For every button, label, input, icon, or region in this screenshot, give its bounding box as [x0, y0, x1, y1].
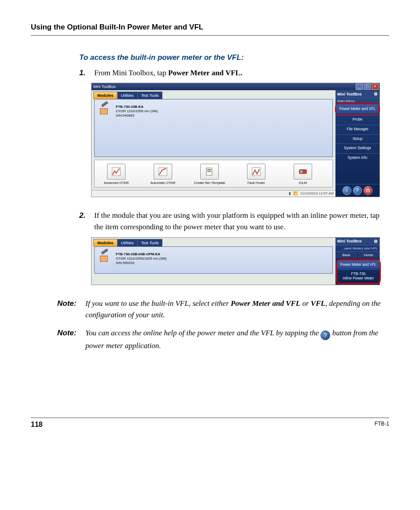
note-text: or	[300, 299, 311, 308]
app-icon	[247, 164, 265, 180]
tab-modules[interactable]: Modules	[93, 92, 118, 99]
note-2: Note: You can access the online help of …	[57, 327, 385, 352]
gear-icon[interactable]: ⚙	[374, 92, 378, 96]
section-title: Using the Optional Built-In Power Meter …	[31, 23, 389, 32]
step-body: If the module that you are using with yo…	[94, 210, 385, 233]
screenshot-2: Modules Utilities Test Tools FTB-730-23B…	[92, 238, 379, 285]
item-line: Inline Power Meter	[338, 276, 379, 281]
side-item-power-meter-vfl[interactable]: Power Meter and VFL	[336, 104, 379, 114]
help-icon: ?	[321, 330, 330, 340]
module-line: S/N:540683	[116, 114, 158, 118]
module-icon	[100, 252, 112, 262]
nav-buttons: Back Home	[335, 251, 379, 259]
app-advanced-otdr[interactable]: Advanced OTDR	[99, 164, 133, 185]
tab-test-tools[interactable]: Test Tools	[137, 92, 163, 99]
side-item-file-manager[interactable]: File Manager	[335, 125, 379, 134]
tab-utilities[interactable]: Utilities	[117, 92, 138, 99]
step-number: 2.	[79, 210, 94, 233]
module-text: FTB-730-23B-04B-OPM-EA OTDR 1310/1550/16…	[116, 252, 167, 265]
side-panel: Mini ToolBox ⚙ ...ower Meters and VFL Ba…	[335, 238, 379, 285]
maximize-button[interactable]: □	[364, 84, 371, 90]
app-label: Create Ref./Template	[192, 181, 227, 185]
app-label: Fault Finder	[239, 181, 273, 185]
step-body: From Mini Toolbox, tap Power Meter and V…	[94, 67, 385, 79]
close-button[interactable]: ×	[372, 84, 379, 90]
app-label: Advanced OTDR	[99, 181, 133, 185]
page-number: 118	[31, 421, 43, 429]
step-bold: Power Meter and VFL.	[168, 69, 242, 77]
side-item-probe[interactable]: Probe	[335, 115, 379, 125]
app-iolm[interactable]: iOLM	[286, 164, 320, 185]
app-label: Automatic OTDR	[146, 181, 180, 185]
home-button[interactable]: Home	[358, 252, 380, 258]
model-label: FTB-1	[375, 421, 389, 429]
side-title-label: Mini ToolBox	[337, 92, 362, 96]
application-row: Advanced OTDR Automatic OTDR Create Ref.…	[94, 160, 333, 187]
note-bold: Power Meter and VFL	[231, 299, 300, 308]
note-body: You can access the online help of the po…	[85, 327, 385, 352]
note-text: You can access the online help of the po…	[85, 329, 321, 337]
tab-utilities[interactable]: Utilities	[117, 239, 138, 246]
note-body: If you want to use the built-in VFL, sel…	[85, 298, 385, 321]
app-icon	[107, 164, 125, 180]
side-item-system-info[interactable]: System Info	[335, 153, 379, 163]
side-panel: Mini ToolBox ⚙ Main Menu Power Meter and…	[335, 90, 379, 197]
step-text: From Mini Toolbox, tap	[94, 69, 168, 77]
note-1: Note: If you want to use the built-in VF…	[57, 298, 385, 321]
minimize-button[interactable]: _	[356, 84, 363, 90]
screenshot-1: Mini ToolBox _ □ × Modules Utilities Tes…	[92, 83, 379, 197]
info-button[interactable]: i	[343, 186, 351, 195]
app-label: iOLM	[286, 181, 320, 185]
window-title: Mini ToolBox	[93, 84, 116, 89]
module-line: OTDR 1310/1550/1625 nm (SM)	[116, 257, 167, 261]
tab-test-tools[interactable]: Test Tools	[137, 239, 163, 246]
side-item-inline-power-meter[interactable]: FTB-730 Inline Power Meter	[337, 269, 379, 283]
tabstrip: Modules Utilities Test Tools	[92, 238, 335, 246]
callout-power-meter-options: Power Meter and VFL FTB-730 Inline Power…	[336, 259, 381, 284]
callout-power-meter: Power Meter and VFL	[335, 103, 380, 115]
breadcrumb: ...ower Meters and VFL	[335, 245, 379, 251]
app-automatic-otdr[interactable]: Automatic OTDR	[146, 164, 180, 185]
step-text: If the module that you are using with yo…	[94, 211, 379, 231]
help-button[interactable]: ?	[353, 186, 362, 195]
status-time: 11/13/2013 11:57 AM	[300, 191, 334, 195]
svg-rect-4	[207, 171, 211, 172]
page-footer: 118 FTB-1	[31, 418, 389, 429]
side-title: Mini ToolBox ⚙	[335, 90, 379, 98]
tabstrip: Modules Utilities Test Tools	[92, 90, 335, 99]
module-title: FTB-730-23B-04B-OPM-EA	[116, 252, 167, 257]
titlebar: Mini ToolBox _ □ ×	[92, 83, 379, 90]
module-text: FTB-730-23B-EA OTDR 1310/1550 nm (SM) S/…	[116, 105, 158, 118]
side-item-power-meter-vfl[interactable]: Power Meter and VFL	[337, 261, 379, 270]
side-footer: i ? ⏻	[335, 184, 379, 197]
module-panel: FTB-730-23B-04B-OPM-EA OTDR 1310/1550/16…	[94, 246, 333, 274]
module-line: OTDR 1310/1550 nm (SM)	[116, 109, 158, 114]
step-2: 2. If the module that you are using with…	[79, 210, 385, 233]
app-create-ref[interactable]: Create Ref./Template	[192, 164, 227, 185]
module-title: FTB-730-23B-EA	[116, 105, 158, 109]
gear-icon[interactable]: ⚙	[374, 239, 378, 244]
step-number: 1.	[79, 67, 94, 79]
side-title: Mini ToolBox ⚙	[335, 238, 379, 245]
app-icon	[294, 164, 312, 180]
step-1: 1. From Mini Toolbox, tap Power Meter an…	[79, 67, 385, 79]
back-button[interactable]: Back	[335, 252, 358, 258]
side-title-label: Mini ToolBox	[337, 239, 362, 243]
note-label: Note:	[57, 298, 85, 321]
module-icon	[100, 105, 112, 114]
tab-modules[interactable]: Modules	[93, 239, 118, 246]
side-item-system-settings[interactable]: System Settings	[335, 143, 379, 153]
app-icon	[200, 164, 219, 180]
power-button[interactable]: ⏻	[364, 186, 372, 195]
module-line: S/N:550318	[116, 261, 167, 265]
svg-rect-7	[300, 171, 303, 173]
app-icon	[154, 164, 172, 180]
note-bold: VFL	[311, 299, 325, 308]
signal-icon: 📶	[293, 191, 298, 195]
battery-icon: ▮	[289, 191, 291, 195]
procedure-heading: To access the built-in power meter or th…	[79, 53, 385, 62]
rule	[31, 35, 389, 36]
app-fault-finder[interactable]: Fault Finder	[239, 164, 273, 185]
side-item-setup[interactable]: Setup	[335, 134, 379, 144]
statusbar: ▮ 📶 11/13/2013 11:57 AM	[92, 190, 335, 197]
